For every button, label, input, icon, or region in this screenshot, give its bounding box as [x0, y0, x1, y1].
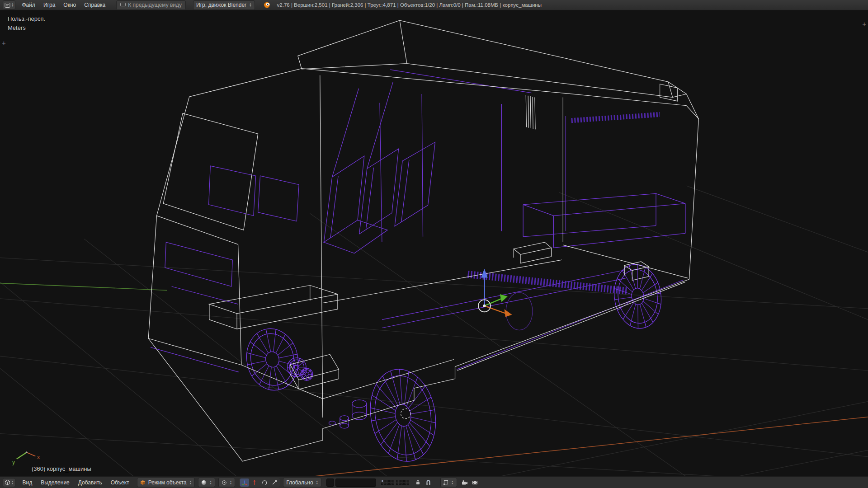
stepper-arrows[interactable]: ▲▼ — [209, 480, 212, 484]
magnet-icon — [425, 479, 431, 485]
layer-cell[interactable] — [381, 480, 383, 482]
stepper-arrows[interactable]: ▲▼ — [451, 480, 453, 484]
blender-logo-icon — [263, 2, 271, 8]
rotate-icon — [262, 480, 267, 485]
scale-icon — [272, 480, 277, 485]
editor-type-button-3dview[interactable]: ▲▼ — [3, 478, 15, 487]
mini-axis-gizmo: y x — [12, 451, 40, 465]
lock-icon — [415, 479, 421, 485]
layer-grid-right[interactable] — [396, 480, 409, 485]
rotate-manipulator-button[interactable] — [260, 479, 269, 487]
stepper-arrows[interactable]: ▲▼ — [189, 480, 192, 484]
camera-icon — [462, 480, 468, 485]
stepper-arrows[interactable]: ▲▼ — [249, 3, 251, 7]
menu-view[interactable]: Вид — [19, 479, 36, 487]
layer-cell[interactable] — [396, 480, 398, 482]
layer-cell[interactable] — [401, 480, 404, 482]
viewport-3d[interactable]: y x Польз.-персп. Meters (360) корпус_ма… — [0, 10, 868, 477]
layer-cell[interactable] — [399, 480, 401, 482]
floor-grid — [0, 186, 868, 477]
scene-stats: v2.76 | Вершин:2,501 | Граней:2,306 | Тр… — [277, 2, 542, 8]
layer-cell[interactable] — [404, 483, 406, 485]
layer-cell[interactable] — [401, 483, 404, 485]
manipulator-center-dot — [483, 305, 486, 307]
back-to-previous-view-button[interactable]: К предыдущему виду — [116, 0, 186, 10]
layers-widget — [381, 480, 409, 485]
film-icon — [472, 480, 478, 485]
stepper-arrows[interactable]: ▲▼ — [11, 480, 14, 484]
layer-cell[interactable] — [387, 480, 389, 482]
render-opengl-anim-button[interactable] — [471, 479, 480, 487]
layer-cell[interactable] — [392, 480, 394, 482]
manipulator-y-arrow[interactable] — [484, 299, 501, 306]
layer-cell[interactable] — [396, 483, 398, 485]
3d-cursor[interactable] — [401, 408, 411, 418]
scene-canvas[interactable]: y x — [0, 10, 868, 477]
axis-lines — [0, 283, 868, 477]
view-name-label: Польз.-персп. — [8, 15, 45, 22]
wireframe-purple-objects[interactable] — [151, 70, 685, 428]
active-object-info: (360) корпус_машины — [32, 465, 91, 472]
render-opengl-button[interactable] — [460, 479, 469, 487]
screen-icon — [120, 3, 126, 7]
engine-select[interactable]: Игр. движок Blender ▲▼ — [193, 0, 255, 10]
stepper-arrows[interactable]: ▲▼ — [316, 480, 318, 484]
color-swatch-field[interactable] — [326, 479, 334, 487]
snap-toggle-button[interactable] — [424, 479, 433, 487]
editor-type-button-info[interactable]: ▲▼ — [3, 0, 15, 9]
layer-cell[interactable] — [404, 480, 406, 482]
layer-grid-left[interactable] — [381, 480, 394, 485]
axis-x-label: x — [37, 454, 40, 460]
object-mode-cube-icon — [140, 480, 146, 485]
layer-cell[interactable] — [389, 480, 392, 482]
menu-select[interactable]: Выделение — [37, 479, 73, 487]
layer-cell[interactable] — [384, 483, 386, 485]
wireframe-wheels[interactable] — [241, 262, 665, 467]
roof-strip-hatch — [571, 114, 660, 120]
translate-icon — [252, 480, 257, 485]
manipulator-x-arrowhead[interactable] — [505, 309, 512, 317]
mode-select-value: Режим объекта — [148, 479, 187, 486]
pivot-point-icon — [222, 480, 227, 485]
back-button-label: К предыдущему виду — [128, 2, 182, 8]
layer-cell[interactable] — [389, 483, 392, 485]
info-editor-icon — [5, 2, 10, 8]
menu-game[interactable]: Игра — [40, 1, 59, 9]
shading-select[interactable]: ▲▼ — [198, 478, 215, 487]
manipulator-toggle-button[interactable] — [240, 479, 249, 487]
stepper-arrows[interactable]: ▲▼ — [230, 480, 232, 484]
pivot-point-select[interactable]: ▲▼ — [218, 478, 235, 487]
transform-orientation-select[interactable]: Глобально ▲▼ — [283, 478, 321, 487]
menu-window[interactable]: Окно — [60, 1, 80, 9]
menu-object[interactable]: Объект — [107, 479, 133, 487]
name-input-field[interactable] — [335, 479, 376, 487]
translate-manipulator-button[interactable] — [250, 479, 259, 487]
menu-help[interactable]: Справка — [80, 1, 109, 9]
menu-file[interactable]: Файл — [18, 1, 39, 9]
menu-add[interactable]: Добавить — [75, 479, 106, 487]
viewport-shading-icon — [201, 480, 207, 485]
mode-select[interactable]: Режим объекта ▲▼ — [137, 478, 195, 487]
layer-cell[interactable] — [392, 483, 394, 485]
lock-to-scene-button[interactable] — [413, 479, 422, 487]
manipulator-toggles — [239, 478, 280, 487]
layer-cell[interactable] — [399, 483, 401, 485]
units-label: Meters — [8, 24, 26, 31]
layer-cell[interactable] — [384, 480, 386, 482]
properties-open-button[interactable]: + — [862, 21, 866, 27]
layer-cell[interactable] — [407, 483, 409, 485]
info-header: ▲▼ Файл Игра Окно Справка К предыдущему … — [0, 0, 868, 10]
layer-cell[interactable] — [407, 480, 409, 482]
orientation-select-value: Глобально — [286, 479, 313, 486]
axis-y-label: y — [12, 459, 15, 465]
viewport-editor-icon — [5, 479, 10, 485]
snap-element-icon — [443, 480, 448, 485]
toolshelf-open-button[interactable]: + — [2, 40, 6, 46]
manipulator-x-arrow[interactable] — [484, 306, 506, 314]
layer-cell[interactable] — [381, 483, 383, 485]
layer-cell[interactable] — [387, 483, 389, 485]
manipulator-y-arrowhead[interactable] — [500, 294, 508, 302]
stepper-arrows[interactable]: ▲▼ — [11, 3, 14, 7]
snap-element-select[interactable]: ▲▼ — [440, 478, 457, 487]
scale-manipulator-button[interactable] — [270, 479, 279, 487]
